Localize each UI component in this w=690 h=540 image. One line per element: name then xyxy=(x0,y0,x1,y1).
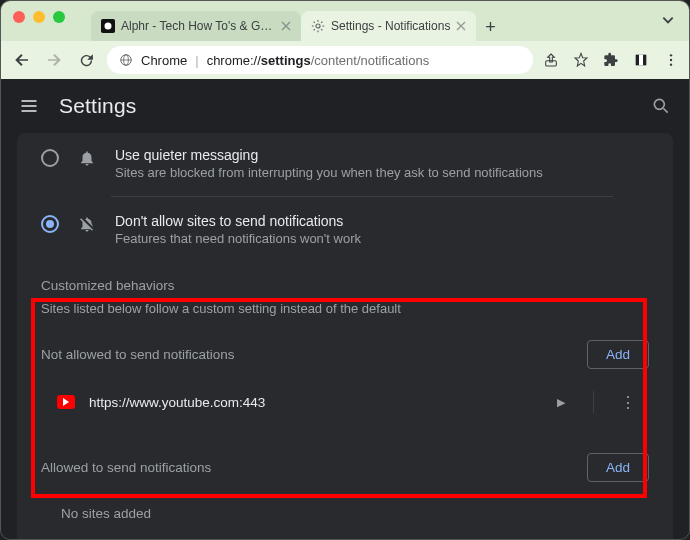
not-allowed-add-button[interactable]: Add xyxy=(587,340,649,369)
fullscreen-window-button[interactable] xyxy=(53,11,65,23)
close-window-button[interactable] xyxy=(13,11,25,23)
omnibox-divider: | xyxy=(195,53,198,68)
svg-point-2 xyxy=(316,24,320,28)
blocked-site-row[interactable]: https://www.youtube.com:443 ▶ ⋮ xyxy=(17,379,673,425)
tab-alphr[interactable]: Alphr - Tech How To's & Guide xyxy=(91,11,301,41)
bell-icon xyxy=(77,149,97,167)
allowed-row: Allowed to send notifications Add xyxy=(17,443,673,492)
back-button[interactable] xyxy=(11,49,33,71)
option-desc: Features that need notifications won't w… xyxy=(115,231,361,246)
extensions-icon[interactable] xyxy=(603,52,619,68)
allowed-add-button[interactable]: Add xyxy=(587,453,649,482)
svg-point-8 xyxy=(670,54,672,56)
bell-off-icon xyxy=(77,215,97,233)
svg-rect-7 xyxy=(639,55,643,66)
minimize-window-button[interactable] xyxy=(33,11,45,23)
svg-point-9 xyxy=(670,59,672,61)
settings-content: Use quieter messaging Sites are blocked … xyxy=(1,133,689,540)
site-url: https://www.youtube.com:443 xyxy=(89,395,529,410)
svg-point-10 xyxy=(670,63,672,65)
settings-header: Settings xyxy=(1,79,689,133)
not-allowed-heading: Not allowed to send notifications xyxy=(41,347,235,362)
address-bar[interactable]: Chrome | chrome://settings/content/notif… xyxy=(107,46,533,74)
window-controls xyxy=(13,11,65,23)
option-block-notifications[interactable]: Don't allow sites to send notifications … xyxy=(17,203,673,256)
toolbar: Chrome | chrome://settings/content/notif… xyxy=(1,41,689,79)
svg-point-1 xyxy=(105,23,112,30)
tab-close-icon[interactable] xyxy=(281,21,291,31)
option-desc: Sites are blocked from interrupting you … xyxy=(115,165,543,180)
tabs-overflow-button[interactable] xyxy=(661,13,675,27)
option-quieter-messaging[interactable]: Use quieter messaging Sites are blocked … xyxy=(17,137,673,190)
customized-sub: Sites listed below follow a custom setti… xyxy=(17,301,673,330)
hamburger-icon[interactable] xyxy=(19,96,39,116)
allowed-empty-text: No sites added xyxy=(17,492,673,527)
separator xyxy=(593,391,594,413)
customized-heading: Customized behaviors xyxy=(17,256,673,301)
option-title: Use quieter messaging xyxy=(115,147,543,163)
omnibox-scheme: Chrome xyxy=(141,53,187,68)
youtube-icon xyxy=(57,395,75,409)
new-tab-button[interactable]: + xyxy=(476,13,504,41)
svg-point-11 xyxy=(654,99,664,109)
radio-on[interactable] xyxy=(41,215,59,233)
overflow-menu-icon[interactable] xyxy=(663,52,679,68)
share-icon[interactable] xyxy=(543,52,559,68)
browser-window: Alphr - Tech How To's & Guide Settings -… xyxy=(0,0,690,540)
account-icon[interactable] xyxy=(633,52,649,68)
forward-button[interactable] xyxy=(43,49,65,71)
divider xyxy=(111,196,613,197)
tab-title: Settings - Notifications xyxy=(331,19,450,33)
tab-close-icon[interactable] xyxy=(456,21,466,31)
gear-icon xyxy=(311,19,325,33)
site-chip-icon xyxy=(119,53,133,67)
chevron-right-icon[interactable]: ▶ xyxy=(543,396,579,409)
tab-title: Alphr - Tech How To's & Guide xyxy=(121,19,275,33)
tab-strip: Alphr - Tech How To's & Guide Settings -… xyxy=(1,1,689,41)
radio-off[interactable] xyxy=(41,149,59,167)
alphr-favicon xyxy=(101,19,115,33)
omnibox-url: chrome://settings/content/notifications xyxy=(207,53,430,68)
bookmark-icon[interactable] xyxy=(573,52,589,68)
allowed-heading: Allowed to send notifications xyxy=(41,460,211,475)
search-icon[interactable] xyxy=(651,96,671,116)
tab-settings[interactable]: Settings - Notifications xyxy=(301,11,476,41)
reload-button[interactable] xyxy=(75,49,97,71)
page-title: Settings xyxy=(59,94,136,118)
not-allowed-row: Not allowed to send notifications Add xyxy=(17,330,673,379)
site-actions-menu[interactable]: ⋮ xyxy=(608,393,649,412)
option-title: Don't allow sites to send notifications xyxy=(115,213,361,229)
